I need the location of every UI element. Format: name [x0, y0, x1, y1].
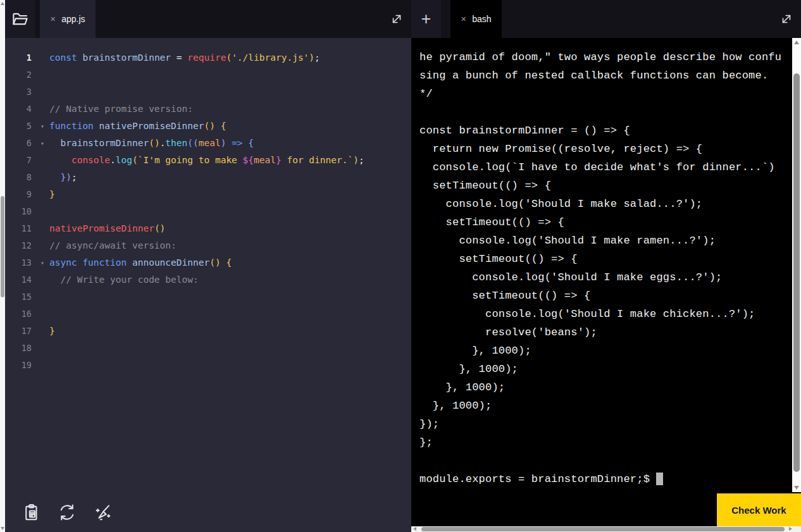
- terminal-line: }, 1000);: [419, 397, 800, 415]
- tab-bash[interactable]: ✕ bash: [450, 0, 502, 38]
- close-icon[interactable]: ✕: [50, 16, 56, 23]
- new-terminal-button[interactable]: +: [411, 0, 441, 38]
- line-number: 5: [5, 118, 35, 135]
- fold-spacer: [35, 186, 49, 203]
- file-tree-button[interactable]: [5, 0, 35, 38]
- scroll-up-arrow-icon[interactable]: [1, 2, 4, 5]
- code-line: 16: [5, 306, 411, 323]
- line-number: 14: [5, 271, 35, 288]
- line-number: 2: [5, 66, 35, 84]
- scroll-right-arrow-icon[interactable]: [789, 527, 792, 531]
- fold-spacer: [35, 237, 49, 254]
- fold-spacer: [35, 357, 49, 374]
- terminal-line: console.log('Should I make salad...?');: [419, 195, 800, 213]
- terminal-header: + ✕ bash: [411, 0, 801, 38]
- code-line: 13▾async function announceDinner() {: [5, 254, 411, 271]
- line-number: 1: [5, 49, 35, 66]
- terminal-line: console.log('Should I make chicken...?')…: [419, 305, 800, 323]
- line-number: 18: [5, 340, 35, 357]
- expand-icon: [390, 12, 404, 26]
- fold-spacer: [35, 340, 49, 357]
- line-number: 11: [5, 220, 35, 237]
- tab-app-js[interactable]: ✕ app.js: [40, 0, 96, 38]
- terminal-prompt-text: module.exports = brainstormDinner;$: [419, 473, 656, 485]
- terminal-output[interactable]: he pyramid of doom," two ways people des…: [411, 38, 800, 504]
- terminal-line: setTimeout(() => {: [419, 250, 800, 268]
- terminal-scrollbar-thumb[interactable]: [793, 73, 800, 472]
- fold-spacer: [35, 220, 49, 237]
- terminal-horizontal-scrollbar[interactable]: [411, 526, 801, 532]
- line-number: 13: [5, 254, 35, 271]
- code-line: 17}: [5, 323, 411, 340]
- terminal-expand-button[interactable]: [772, 0, 801, 38]
- code-line: 3: [5, 84, 411, 101]
- terminal-line: return new Promise((resolve, reject) => …: [419, 140, 800, 158]
- fold-spacer: [35, 49, 49, 66]
- fold-arrow-icon[interactable]: ▾: [35, 135, 49, 152]
- fold-spacer: [35, 169, 49, 186]
- terminal-line: he pyramid of doom," two ways people des…: [419, 48, 800, 66]
- fold-spacer: [35, 66, 49, 84]
- terminal-vertical-scrollbar[interactable]: [792, 38, 801, 492]
- reset-code-button[interactable]: [57, 502, 77, 523]
- copy-code-button[interactable]: [22, 502, 42, 523]
- terminal-line: }, 1000);: [419, 342, 800, 360]
- code-line: 14 // Write your code below:: [5, 271, 411, 288]
- clipboard-icon: [22, 503, 41, 522]
- code-line: 1const brainstormDinner = require('./lib…: [5, 49, 411, 66]
- page-scrollbar-thumb[interactable]: [1, 196, 4, 297]
- code-editor[interactable]: 1const brainstormDinner = require('./lib…: [5, 38, 411, 493]
- fold-arrow-icon[interactable]: ▾: [35, 254, 49, 271]
- broom-icon: [93, 503, 112, 522]
- fold-spacer: [35, 84, 49, 101]
- fold-spacer: [35, 271, 49, 288]
- close-icon[interactable]: ✕: [461, 16, 466, 23]
- line-number: 12: [5, 237, 35, 254]
- scroll-down-arrow-icon[interactable]: [794, 486, 799, 490]
- fold-spacer: [35, 101, 49, 118]
- scroll-down-arrow-icon[interactable]: [1, 527, 4, 530]
- terminal-line: console.log('Should I make eggs...?');: [419, 268, 800, 287]
- terminal-line: const brainstormDinner = () => {: [419, 121, 800, 140]
- line-number: 10: [5, 203, 35, 220]
- editor-expand-button[interactable]: [382, 0, 411, 38]
- terminal-line: };: [419, 433, 800, 452]
- expand-icon: [779, 12, 793, 26]
- line-number: 3: [5, 84, 35, 101]
- code-line: 15: [5, 288, 411, 306]
- fold-spacer: [35, 203, 49, 220]
- terminal-line: [419, 452, 800, 470]
- fold-spacer: [35, 288, 49, 306]
- editor-toolbar: [5, 493, 411, 532]
- codecademy-workspace: ✕ app.js 1const brainstormDinner = requi…: [0, 0, 801, 532]
- code-line: 2: [5, 66, 411, 84]
- terminal-line: setTimeout(() => {: [419, 213, 800, 232]
- terminal-line: resolve('beans');: [419, 323, 800, 342]
- terminal-line: }, 1000);: [419, 360, 800, 378]
- code-line: 8 });: [5, 169, 411, 186]
- terminal-line: setTimeout(() => {: [419, 176, 800, 195]
- terminal-cursor: [656, 473, 663, 485]
- terminal-footer: Check Work: [411, 493, 801, 526]
- terminal-line: [419, 103, 800, 121]
- terminal-header-spacer: [502, 0, 772, 38]
- terminal-line: console.log('Should I make ramen...?');: [419, 232, 800, 250]
- line-number: 9: [5, 186, 35, 203]
- code-line: 9}: [5, 186, 411, 203]
- horizontal-scrollbar-thumb[interactable]: [421, 527, 785, 531]
- line-number: 8: [5, 169, 35, 186]
- page-vertical-scrollbar[interactable]: [0, 0, 5, 532]
- fold-arrow-icon[interactable]: ▾: [35, 118, 49, 135]
- line-number: 19: [5, 357, 35, 374]
- code-line: 11nativePromiseDinner(): [5, 220, 411, 237]
- editor-panel: ✕ app.js 1const brainstormDinner = requi…: [5, 0, 411, 532]
- scroll-up-arrow-icon[interactable]: [794, 40, 799, 44]
- fold-spacer: [35, 323, 49, 340]
- format-code-button[interactable]: [92, 502, 113, 523]
- editor-header-spacer: [96, 0, 382, 38]
- check-work-button[interactable]: Check Work: [717, 493, 801, 526]
- scroll-left-arrow-icon[interactable]: [413, 527, 416, 531]
- tab-label: app.js: [61, 14, 85, 24]
- editor-header: ✕ app.js: [5, 0, 411, 38]
- code-line: 6▾ brainstormDinner().then((meal) => {: [5, 135, 411, 152]
